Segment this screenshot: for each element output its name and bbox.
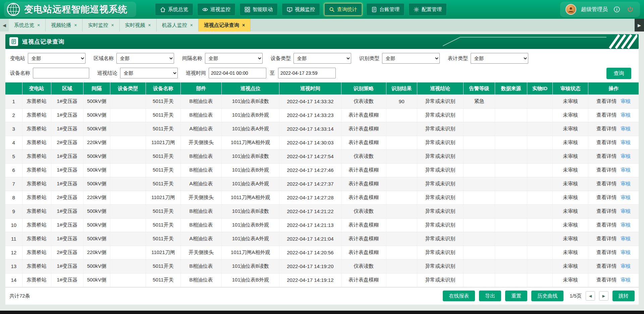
conclusion-filter: 巡视结论 全部 [97,68,178,78]
audit-link[interactable]: 审核 [621,112,631,118]
view-detail-link[interactable]: 查看详情 [596,249,616,255]
table-cell: 500kV侧 [83,95,110,108]
view-detail-link[interactable]: 查看详情 [596,263,616,269]
export-button[interactable]: 导出 [479,291,501,301]
next-page-button[interactable]: ▶ [599,291,608,301]
audit-link[interactable]: 审核 [621,249,631,255]
table-cell: 5011开关 [146,177,180,191]
table-cell [495,95,527,108]
tab[interactable]: 实时视频× [120,19,157,32]
audit-link[interactable]: 审核 [621,126,631,131]
audit-link[interactable]: 审核 [621,222,631,228]
view-detail-link[interactable]: 查看详情 [596,194,616,200]
close-icon[interactable]: × [74,22,77,28]
view-detail-link[interactable]: 查看详情 [596,222,616,228]
prev-page-button[interactable]: ◀ [586,291,595,301]
info-icon[interactable] [612,5,621,14]
time-from-input[interactable] [209,68,266,78]
tabs-scroll-left-icon[interactable]: ◀ [0,19,9,32]
audit-link[interactable]: 审核 [621,181,631,186]
online-report-button[interactable]: 在线报表 [443,291,475,301]
conclusion-select[interactable]: 全部 [120,68,178,78]
view-detail-link[interactable]: 查看详情 [596,167,616,173]
view-detail-link[interactable]: 查看详情 [596,236,616,241]
audit-link[interactable]: 审核 [621,167,631,173]
tab[interactable]: 巡视点记录查询× [199,19,251,32]
view-detail-link[interactable]: 查看详情 [596,126,616,131]
view-detail-link[interactable]: 查看详情 [596,208,616,214]
table-cell: A相油位表 [181,122,222,136]
filter-select[interactable]: 全部 [293,53,351,64]
nav-button[interactable]: 视频监控 [282,3,320,16]
filter-select[interactable]: 全部 [471,53,528,64]
jump-button[interactable]: 跳转 [612,291,635,301]
filter-select[interactable]: 全部 [28,53,86,64]
close-icon[interactable]: × [242,22,245,28]
table-cell: 500kV侧 [83,273,110,287]
tab[interactable]: 机器人监控× [157,19,199,32]
nav-label: 智能联动 [253,6,273,13]
table-cell [110,218,146,232]
audit-link[interactable]: 审核 [621,277,631,282]
nav-button[interactable]: 巡视监控 [197,3,235,16]
avatar[interactable] [566,4,576,15]
table-cell [463,177,495,191]
filter-select[interactable]: 全部 [205,53,263,64]
operation-cell: 查看详情审核 [588,191,639,204]
table-cell: 未审核 [553,122,588,136]
audit-link[interactable]: 审核 [621,236,631,241]
tab[interactable]: 视频轮播× [46,19,83,32]
table-cell: 1#变压器 [51,273,83,287]
view-detail-link[interactable]: 查看详情 [596,112,616,118]
view-detail-link[interactable]: 查看详情 [596,98,616,104]
time-to-input[interactable] [278,68,336,78]
audit-link[interactable]: 审核 [621,139,631,145]
filter-select[interactable]: 全部 [116,53,174,64]
search-button[interactable]: 查询 [606,68,631,79]
table-cell: 11021刀闸 [146,191,180,204]
table-cell [495,191,527,204]
table-cell: 表计表盘模糊 [341,136,386,149]
audit-link[interactable]: 审核 [621,153,631,159]
tab[interactable]: 实时监控× [83,19,119,32]
table-cell: 5011开关 [146,232,180,246]
power-icon[interactable] [626,5,635,14]
view-detail-link[interactable]: 查看详情 [596,277,616,282]
close-icon[interactable]: × [190,22,193,28]
close-icon[interactable]: × [148,22,151,28]
home-icon [160,7,166,12]
audit-link[interactable]: 审核 [621,194,631,200]
table-body: 1东善桥站1#变压器500kV侧5011开关B相油位表101油位表B读数2022… [5,95,639,287]
tabs-scroll-right-icon[interactable]: ▶ [635,19,644,32]
audit-link[interactable]: 审核 [621,98,631,104]
view-detail-link[interactable]: 查看详情 [596,139,616,145]
audit-link[interactable]: 审核 [621,263,631,269]
table-cell: 东善桥站 [22,108,51,122]
table-row: 14东善桥站1#变压器500kV侧5011开关B相油位表101油位表B外观202… [5,273,639,287]
close-icon[interactable]: × [111,22,114,28]
table-cell: 表计表盘模糊 [341,232,386,246]
filter-select[interactable]: 全部 [382,53,440,64]
table-cell: 1#变压器 [51,177,83,191]
table-cell: B相油位表 [181,273,222,287]
tab[interactable]: 系统总览× [9,19,46,32]
history-curve-button[interactable]: 历史曲线 [531,291,564,301]
nav-button[interactable]: 配置管理 [409,3,447,16]
column-header: 实物ID [527,82,553,95]
table-cell: 9 [5,204,22,218]
view-detail-link[interactable]: 查看详情 [596,181,616,186]
audit-link[interactable]: 审核 [621,208,631,214]
nav-button[interactable]: 系统总览 [155,3,193,16]
column-header: 巡视结论 [417,82,463,95]
video-icon [287,7,292,12]
table-cell: 异常或未识别 [417,191,463,204]
view-detail-link[interactable]: 查看详情 [596,153,616,159]
nav-button[interactable]: 查询统计 [324,3,362,16]
nav-button[interactable]: 台账管理 [366,3,405,16]
reset-button[interactable]: 重置 [505,291,527,301]
table-cell [386,273,417,287]
device-name-input[interactable] [33,68,89,78]
table-cell: 5011开关 [146,163,180,177]
nav-button[interactable]: 智能联动 [239,3,278,16]
close-icon[interactable]: × [37,22,40,28]
